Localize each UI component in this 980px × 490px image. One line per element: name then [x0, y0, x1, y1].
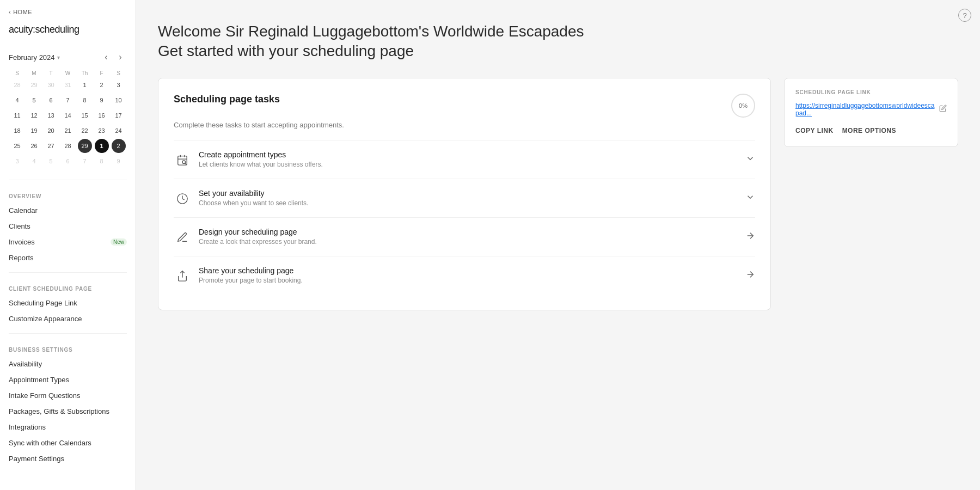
sync-calendars-label: Sync with other Calendars	[9, 439, 91, 447]
appointment-types-label: Appointment Types	[9, 376, 69, 384]
invoices-badge: New	[111, 238, 127, 246]
cal-day[interactable]: 9	[95, 93, 109, 107]
cal-day[interactable]: 28	[61, 139, 75, 153]
share-icon	[174, 267, 191, 285]
sidebar-item-customize-appearance[interactable]: Customize Appearance	[9, 311, 127, 327]
appointment-types-icon	[174, 151, 191, 169]
cal-day[interactable]: 17	[112, 108, 126, 122]
scheduling-page-url[interactable]: https://sirreginaldluggagebottomsworldwi…	[795, 102, 947, 117]
day-header-thu: Th	[76, 69, 93, 77]
task-content: Create appointment types Let clients kno…	[199, 150, 738, 168]
tasks-header: Scheduling page tasks 0%	[174, 94, 755, 118]
scheduling-page-link-label: Scheduling Page Link	[9, 299, 77, 307]
cal-day-29[interactable]: 29	[78, 139, 92, 153]
cal-day[interactable]: 9	[112, 154, 126, 168]
svg-point-4	[182, 161, 186, 164]
cal-day[interactable]: 6	[44, 93, 58, 107]
business-settings-section: BUSINESS SETTINGS Availability Appointme…	[0, 338, 136, 469]
cal-day[interactable]: 26	[27, 139, 41, 153]
cal-day-today[interactable]: 1	[95, 139, 109, 153]
task-title: Create appointment types	[199, 150, 738, 159]
back-link[interactable]: ‹ HOME	[9, 9, 127, 15]
task-share-scheduling-page[interactable]: Share your scheduling page Promote your …	[174, 256, 755, 295]
reports-nav-label: Reports	[9, 254, 34, 262]
cal-day[interactable]: 4	[27, 154, 41, 168]
cal-day[interactable]: 15	[78, 108, 92, 122]
sidebar-item-integrations[interactable]: Integrations	[9, 419, 127, 435]
tasks-title: Scheduling page tasks	[174, 94, 280, 105]
cal-day[interactable]: 19	[27, 124, 41, 138]
task-set-availability[interactable]: Set your availability Choose when you wa…	[174, 179, 755, 217]
main-content: Welcome Sir Reginald Luggagebottom's Wor…	[136, 0, 980, 490]
dropdown-icon: ▾	[57, 54, 60, 60]
calendar-month[interactable]: February 2024 ▾	[9, 53, 60, 62]
sidebar-item-scheduling-page-link[interactable]: Scheduling Page Link	[9, 295, 127, 311]
cal-day[interactable]: 20	[44, 124, 58, 138]
cal-day[interactable]: 29	[27, 78, 41, 92]
sidebar-item-intake-form[interactable]: Intake Form Questions	[9, 388, 127, 403]
prev-month-button[interactable]: ‹	[100, 51, 113, 64]
cal-day[interactable]: 23	[95, 124, 109, 138]
cal-day[interactable]: 1	[78, 78, 92, 92]
cal-day[interactable]: 28	[10, 78, 24, 92]
sidebar-item-appointment-types[interactable]: Appointment Types	[9, 372, 127, 388]
day-header-tue: T	[42, 69, 59, 77]
cal-day[interactable]: 21	[61, 124, 75, 138]
sidebar-item-availability[interactable]: Availability	[9, 356, 127, 372]
cal-day[interactable]: 8	[95, 154, 109, 168]
sidebar-item-reports[interactable]: Reports	[9, 250, 127, 266]
help-icon[interactable]: ?	[958, 9, 971, 22]
task-design-scheduling-page[interactable]: Design your scheduling page Create a loo…	[174, 217, 755, 256]
sidebar-item-sync-calendars[interactable]: Sync with other Calendars	[9, 435, 127, 451]
sidebar-item-clients[interactable]: Clients	[9, 218, 127, 234]
task-content: Set your availability Choose when you wa…	[199, 189, 738, 207]
sidebar-item-invoices[interactable]: Invoices New	[9, 234, 127, 250]
sidebar-item-payment-settings[interactable]: Payment Settings	[9, 451, 127, 467]
cal-day[interactable]: 27	[44, 139, 58, 153]
cal-day[interactable]: 8	[78, 93, 92, 107]
next-month-button[interactable]: ›	[114, 51, 127, 64]
sidebar-item-packages[interactable]: Packages, Gifts & Subscriptions	[9, 403, 127, 419]
cal-day[interactable]: 24	[112, 124, 126, 138]
cal-day[interactable]: 14	[61, 108, 75, 122]
cal-day[interactable]: 16	[95, 108, 109, 122]
cal-day[interactable]: 5	[27, 93, 41, 107]
task-desc: Create a look that expresses your brand.	[199, 238, 738, 246]
cal-day[interactable]: 7	[78, 154, 92, 168]
cal-day[interactable]: 5	[44, 154, 58, 168]
cal-day[interactable]: 3	[112, 78, 126, 92]
cal-day[interactable]: 6	[61, 154, 75, 168]
intake-form-label: Intake Form Questions	[9, 391, 81, 400]
progress-value: 0%	[739, 102, 748, 109]
cal-day[interactable]: 7	[61, 93, 75, 107]
right-panel: SCHEDULING PAGE LINK https://sirreginald…	[784, 78, 958, 310]
cal-day[interactable]: 10	[112, 93, 126, 107]
cal-day[interactable]: 31	[61, 78, 75, 92]
cal-day[interactable]: 3	[10, 154, 24, 168]
cal-day[interactable]: 13	[44, 108, 58, 122]
task-desc: Choose when you want to see clients.	[199, 199, 738, 207]
cal-day[interactable]: 25	[10, 139, 24, 153]
divider	[9, 333, 127, 334]
cal-day[interactable]: 11	[10, 108, 24, 122]
cal-day[interactable]: 4	[10, 93, 24, 107]
sidebar-item-calendar[interactable]: Calendar	[9, 203, 127, 218]
calendar: February 2024 ▾ ‹ › S M T W Th F S 28 29	[0, 51, 136, 175]
copy-link-button[interactable]: COPY LINK	[795, 126, 834, 136]
cal-day[interactable]: 30	[44, 78, 58, 92]
task-create-appointment-types[interactable]: Create appointment types Let clients kno…	[174, 140, 755, 179]
logo: acuity:scheduling	[9, 24, 127, 35]
cal-day-tomorrow[interactable]: 2	[112, 139, 126, 153]
divider	[9, 180, 127, 180]
cal-day[interactable]: 22	[78, 124, 92, 138]
more-options-button[interactable]: MORE OPTIONS	[842, 126, 896, 136]
scheduling-link-card: SCHEDULING PAGE LINK https://sirreginald…	[784, 78, 958, 147]
url-text: https://sirreginaldluggagebottomsworldwi…	[795, 102, 936, 117]
cal-day[interactable]: 12	[27, 108, 41, 122]
edit-url-icon[interactable]	[939, 105, 947, 114]
customize-appearance-label: Customize Appearance	[9, 315, 82, 323]
payment-settings-label: Payment Settings	[9, 455, 64, 463]
tasks-card: Scheduling page tasks 0% Complete these …	[158, 78, 771, 310]
cal-day[interactable]: 18	[10, 124, 24, 138]
cal-day[interactable]: 2	[95, 78, 109, 92]
